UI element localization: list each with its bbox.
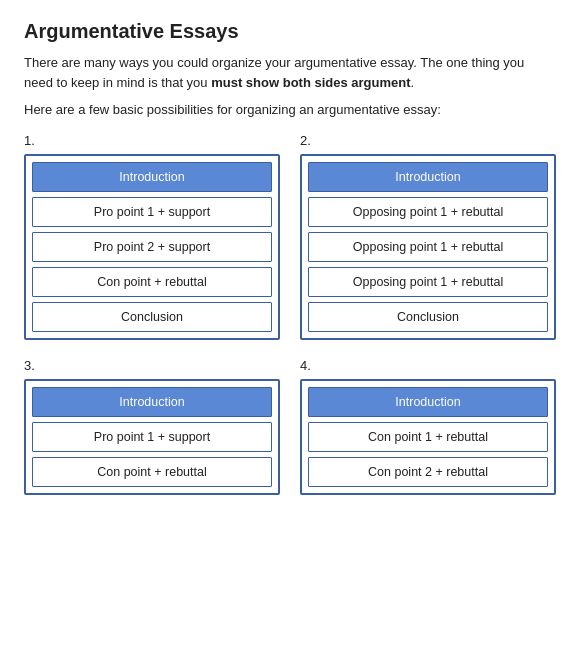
essay-cell-4-3: Con point 2 + rebuttal [308,457,548,487]
essay-cell-2-5: Conclusion [308,302,548,332]
essay-box-3: IntroductionPro point 1 + supportCon poi… [24,379,280,495]
essay-box-4: IntroductionCon point 1 + rebuttalCon po… [300,379,556,495]
essay-cell-3-1: Introduction [32,387,272,417]
essay-cell-4-1: Introduction [308,387,548,417]
essay-cell-3-3: Con point + rebuttal [32,457,272,487]
essay-cell-1-3: Pro point 2 + support [32,232,272,262]
intro-paragraph: There are many ways you could organize y… [24,53,556,92]
essay-section-4: 4.IntroductionCon point 1 + rebuttalCon … [300,358,556,495]
essay-section-3: 3.IntroductionPro point 1 + supportCon p… [24,358,280,495]
essay-cell-3-2: Pro point 1 + support [32,422,272,452]
essay-box-2: IntroductionOpposing point 1 + rebuttalO… [300,154,556,340]
intro-text-end: . [411,75,415,90]
section-number-1: 1. [24,133,280,148]
essay-cell-2-4: Opposing point 1 + rebuttal [308,267,548,297]
essay-section-1: 1.IntroductionPro point 1 + supportPro p… [24,133,280,340]
essay-cell-4-2: Con point 1 + rebuttal [308,422,548,452]
essay-cell-2-1: Introduction [308,162,548,192]
sub-heading: Here are a few basic possibilities for o… [24,102,556,117]
intro-bold-text: must show both sides argument [211,75,410,90]
essay-box-1: IntroductionPro point 1 + supportPro poi… [24,154,280,340]
essay-cell-2-3: Opposing point 1 + rebuttal [308,232,548,262]
section-number-2: 2. [300,133,556,148]
essay-cell-2-2: Opposing point 1 + rebuttal [308,197,548,227]
section-number-3: 3. [24,358,280,373]
essay-section-2: 2.IntroductionOpposing point 1 + rebutta… [300,133,556,340]
page-title: Argumentative Essays [24,20,556,43]
essay-cell-1-2: Pro point 1 + support [32,197,272,227]
essay-grids: 1.IntroductionPro point 1 + supportPro p… [24,133,556,495]
section-number-4: 4. [300,358,556,373]
essay-cell-1-1: Introduction [32,162,272,192]
essay-cell-1-5: Conclusion [32,302,272,332]
essay-cell-1-4: Con point + rebuttal [32,267,272,297]
